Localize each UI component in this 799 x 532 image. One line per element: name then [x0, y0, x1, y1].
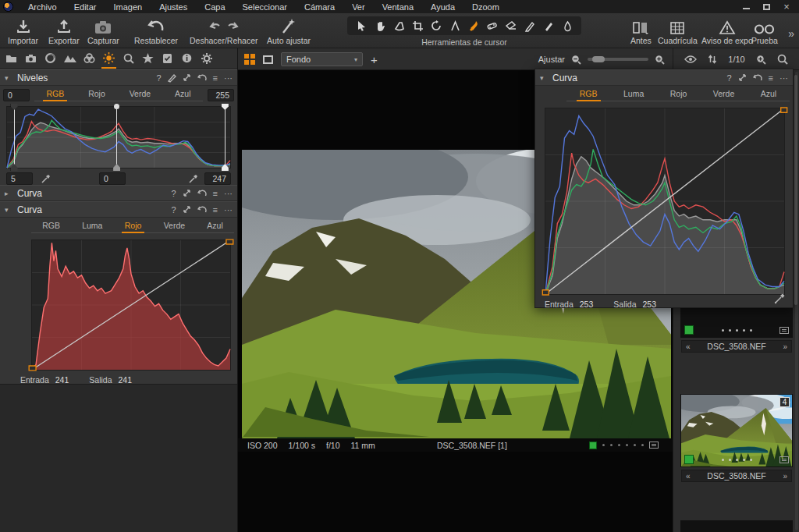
edit-pen-icon[interactable] [168, 73, 176, 82]
menu-ayuda[interactable]: Ayuda [422, 2, 463, 12]
niveles-tab-rojo[interactable]: Rojo [85, 89, 108, 98]
proof-button[interactable]: Prueba [751, 16, 778, 45]
more-options-icon[interactable]: ··· [779, 73, 788, 83]
help-icon[interactable]: ? [171, 205, 176, 215]
curva-tab-rgb[interactable]: RGB [39, 221, 63, 230]
minimize-button[interactable] [741, 2, 751, 11]
niveles-tab-rgb[interactable]: RGB [43, 89, 67, 98]
single-view-icon[interactable] [263, 55, 273, 64]
entrada-value[interactable]: 253 [580, 300, 594, 309]
maximize-button[interactable] [762, 2, 771, 11]
curva-tab-rojo[interactable]: Rojo [122, 221, 145, 230]
tooltab-metadata-icon[interactable] [159, 49, 176, 68]
variants-list-icon[interactable] [779, 327, 789, 334]
undo-redo-button[interactable]: Deshacer/Rehacer [190, 16, 258, 45]
tooltab-composition-icon[interactable] [62, 49, 78, 68]
tooltab-info-icon[interactable] [179, 49, 195, 68]
curva-collapsed-header[interactable]: ▸ Curva ? ≡ ··· [0, 185, 237, 201]
prev-variant-arrow[interactable]: « [682, 472, 694, 481]
multi-view-icon[interactable] [244, 54, 255, 65]
erase-tool[interactable] [503, 19, 519, 33]
menu-capa[interactable]: Capa [196, 2, 233, 12]
thumbnail-filename[interactable]: DSC_3508.NEF [694, 471, 779, 481]
menu-ver[interactable]: Ver [343, 2, 374, 12]
collapse-chevron-icon[interactable]: ▾ [540, 74, 551, 82]
color-tag-green[interactable] [684, 325, 694, 335]
menu-imagen[interactable]: Imagen [105, 2, 151, 12]
tooltab-lens-icon[interactable] [42, 49, 59, 68]
curva-tab-rgb[interactable]: RGB [577, 89, 601, 98]
thumbnail-3[interactable] [681, 521, 792, 532]
more-options-icon[interactable]: ··· [224, 205, 233, 215]
menu-camara[interactable]: Cámara [296, 2, 343, 12]
grid-button[interactable]: Cuadrícula [658, 16, 698, 45]
tooltab-star-icon[interactable] [140, 49, 156, 68]
curve-point-white[interactable] [781, 108, 787, 112]
toolbar-overflow-chevron[interactable]: » [788, 27, 794, 40]
draw-mask-tool[interactable] [522, 19, 538, 33]
eye-icon[interactable] [684, 55, 697, 63]
pan-tool[interactable] [372, 19, 388, 33]
highlight-value-field[interactable]: 247 [204, 172, 231, 185]
gradient-mask-tool[interactable] [559, 19, 575, 33]
fill-mask-tool[interactable] [541, 19, 556, 33]
reset-local-icon[interactable] [197, 189, 207, 197]
prev-variant-arrow[interactable]: « [682, 342, 694, 351]
view-mode-dropdown[interactable]: Fondo ▾ [281, 52, 363, 66]
rating-dot[interactable] [722, 329, 724, 332]
next-variant-arrow[interactable]: » [779, 342, 791, 351]
rating-dot[interactable] [743, 329, 745, 332]
curva-float-graph[interactable] [545, 108, 785, 295]
preset-menu-icon[interactable]: ≡ [213, 205, 218, 215]
thumb-zoom-icon[interactable] [756, 55, 766, 65]
curva-tab-luma[interactable]: Luma [620, 89, 647, 98]
copy-adjustments-icon[interactable] [183, 205, 191, 214]
browser-scrollbar-thumb[interactable] [794, 75, 797, 305]
reset-local-icon[interactable] [197, 73, 207, 82]
rating-dot[interactable] [722, 459, 724, 461]
help-icon[interactable]: ? [156, 73, 161, 83]
capture-button[interactable]: Capturar [87, 16, 119, 45]
copy-adjustments-icon[interactable] [183, 189, 191, 197]
midtone-value-field[interactable]: 0 [99, 172, 126, 185]
export-button[interactable]: Exportar [48, 16, 80, 45]
reset-local-icon[interactable] [753, 73, 762, 82]
tooltab-settings-icon[interactable] [198, 49, 215, 68]
curve-picker-icon[interactable] [774, 293, 785, 304]
curva-tab-rojo[interactable]: Rojo [667, 89, 691, 98]
shadow-slider[interactable] [10, 104, 19, 171]
add-view-button[interactable]: + [371, 53, 378, 66]
tooltab-details-icon[interactable] [120, 49, 137, 68]
curva-left-header[interactable]: ▾ Curva ? ≡ ··· [0, 201, 237, 218]
curva-float-header[interactable]: ▾ Curva ? ≡ ··· [535, 69, 793, 86]
curva-tab-luma[interactable]: Luma [79, 221, 105, 230]
before-after-button[interactable]: Antes [630, 16, 652, 45]
reset-button[interactable]: Restablecer [134, 16, 178, 45]
import-button[interactable]: Importar [8, 16, 38, 45]
tooltab-camera-icon[interactable] [23, 49, 39, 68]
variants-list-icon[interactable] [649, 442, 659, 449]
highlight-picker-icon[interactable] [188, 174, 198, 184]
app-logo-icon[interactable] [3, 2, 13, 12]
preset-menu-icon[interactable]: ≡ [213, 189, 218, 198]
niveles-tab-azul[interactable]: Azul [172, 89, 194, 98]
curve-point-white[interactable] [226, 239, 233, 244]
exposure-warning-button[interactable]: Aviso de expo [701, 16, 753, 45]
niveles-tab-verde[interactable]: Verde [126, 89, 154, 98]
heal-tool[interactable] [485, 19, 500, 33]
levels-max-field[interactable]: 255 [208, 89, 234, 101]
help-icon[interactable]: ? [726, 73, 731, 83]
copy-adjustments-icon[interactable] [738, 73, 747, 82]
highlight-slider[interactable] [221, 104, 229, 171]
next-variant-arrow[interactable]: » [779, 472, 791, 481]
levels-histogram[interactable] [6, 106, 231, 168]
menu-dzoom[interactable]: Dzoom [463, 2, 508, 12]
collapse-chevron-icon[interactable]: ▾ [5, 74, 16, 82]
straighten-tool[interactable] [447, 19, 463, 33]
select-tool[interactable] [353, 19, 369, 33]
curva-left-graph[interactable] [31, 239, 231, 371]
search-icon[interactable] [777, 54, 788, 65]
auto-adjust-button[interactable]: Auto ajustar [267, 16, 311, 45]
rating-dot[interactable] [602, 444, 605, 446]
rating-dot[interactable] [736, 459, 738, 461]
